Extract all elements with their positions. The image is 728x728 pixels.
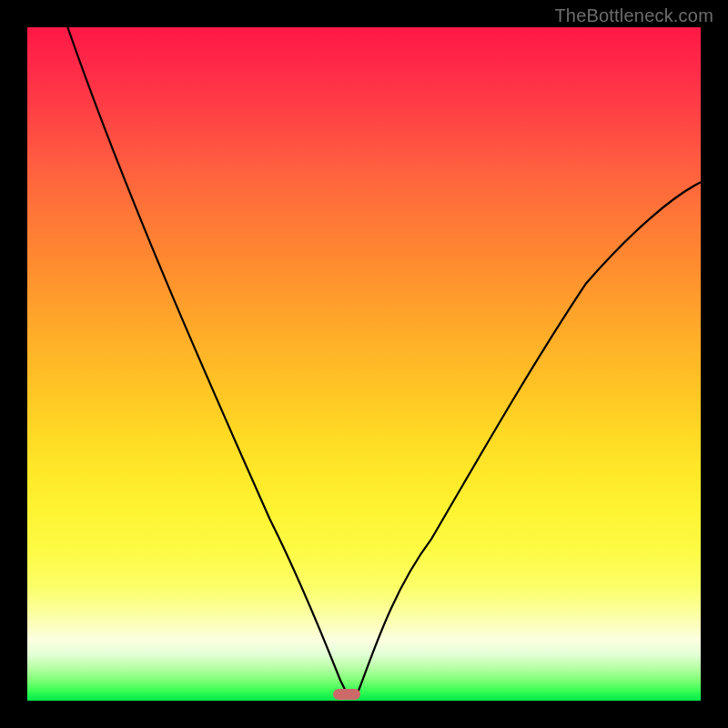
curve-right [358,182,701,693]
plot-area [27,27,701,701]
curve-svg [27,27,701,701]
min-marker [333,689,360,700]
chart-container: TheBottleneck.com [0,0,728,728]
watermark-text: TheBottleneck.com [554,5,713,26]
curve-left [67,27,347,694]
